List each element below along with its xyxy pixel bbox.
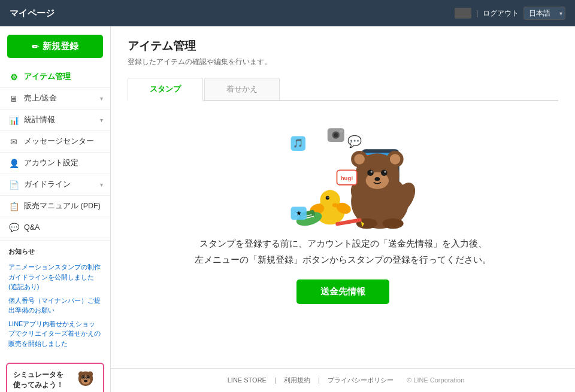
svg-point-49: [327, 197, 328, 198]
stamp-message-line2: 左メニューの「新規登録」ボタンからスタンプの登録を行ってください。: [195, 254, 491, 265]
footer-privacy[interactable]: プライバシーポリシー: [328, 376, 394, 384]
chevron-down-icon: ▾: [100, 95, 103, 102]
sidebar-item-label: 販売マニュアル (PDF): [24, 201, 101, 211]
svg-point-5: [87, 376, 89, 379]
svg-text:hug!: hug!: [340, 175, 353, 181]
svg-point-14: [334, 133, 338, 137]
svg-text:★: ★: [295, 209, 301, 217]
footer-terms[interactable]: 利用規約: [284, 376, 310, 384]
language-selector-wrapper: 日本語 English: [523, 7, 565, 20]
simulator-widget[interactable]: シミュレータを使ってみよう！: [6, 363, 104, 392]
sidebar-item-account[interactable]: 👤 アカウント設定: [0, 153, 110, 174]
tab-themes[interactable]: 着せかえ: [204, 78, 280, 100]
bear-illustration: 🎵: [259, 116, 427, 235]
edit-icon: ✏: [32, 42, 39, 51]
svg-text:🎵: 🎵: [293, 138, 304, 148]
message-icon: ✉: [8, 137, 19, 147]
notice-title: お知らせ: [0, 241, 110, 262]
tab-stamps[interactable]: スタンプ: [128, 78, 203, 101]
logout-button[interactable]: ログアウト: [483, 8, 519, 19]
chevron-down-icon: ▾: [100, 117, 103, 123]
notice-link-3[interactable]: LINEアプリ内着せかえショップでクリエイターズ着せかえの販売を開始しました: [8, 319, 102, 349]
svg-point-37: [381, 169, 388, 176]
svg-point-6: [84, 380, 87, 382]
footer: LINE STORE | 利用規約 | プライバシーポリシー © LINE Co…: [111, 368, 575, 392]
header-title: マイページ: [10, 8, 55, 19]
notice-link-1[interactable]: アニメーションスタンプの制作ガイドラインを公開しました(追記あり): [8, 262, 102, 292]
sidebar-item-stats[interactable]: 📊 統計情報 ▾: [0, 110, 110, 131]
sales-icon: 🖥: [8, 94, 19, 104]
sidebar-item-qa[interactable]: 💬 Q&A: [0, 217, 110, 238]
header-divider: |: [476, 9, 478, 17]
footer-copyright: © LINE Corporation: [407, 376, 464, 384]
page-title: アイテム管理: [128, 38, 558, 54]
sidebar: ✏ 新規登録 ⚙ アイテム管理 🖥 売上/送金 ▾ 📊 統計情報 ▾ ✉ メッセ…: [0, 26, 111, 392]
simulator-text: シミュレータを使ってみよう！: [13, 370, 71, 390]
new-register-label: 新規登録: [43, 41, 78, 52]
main-content: アイテム管理 登録したアイテムの確認や編集を行います。 スタンプ 着せかえ 🎵: [111, 26, 575, 392]
content-area: 🎵: [128, 101, 558, 318]
svg-point-44: [382, 218, 403, 229]
account-icon: 👤: [8, 159, 19, 168]
illustration: 🎵: [259, 116, 427, 235]
stamp-message: スタンプを登録する前に、アカウント設定の「送金先情報」を入力後、 左メニューの「…: [195, 235, 491, 268]
stats-icon: 📊: [8, 116, 19, 125]
sidebar-item-label: Q&A: [24, 223, 40, 232]
guidelines-icon: 📄: [8, 180, 19, 190]
sidebar-item-manual[interactable]: 📋 販売マニュアル (PDF): [0, 196, 110, 217]
svg-point-33: [354, 154, 365, 165]
svg-point-38: [370, 171, 373, 173]
gear-icon: ⚙: [8, 72, 19, 82]
svg-point-4: [82, 376, 84, 379]
sidebar-item-messages[interactable]: ✉ メッセージセンター: [0, 131, 110, 153]
sidebar-item-label: アカウント設定: [24, 158, 78, 168]
svg-point-1: [78, 372, 84, 377]
svg-point-2: [87, 372, 93, 377]
sidebar-item-sales-remittance[interactable]: 🖥 売上/送金 ▾: [0, 88, 110, 110]
svg-rect-15: [339, 130, 342, 132]
manual-icon: 📋: [8, 202, 19, 211]
sidebar-item-label: アイテム管理: [24, 72, 71, 82]
layout: ✏ 新規登録 ⚙ アイテム管理 🖥 売上/送金 ▾ 📊 統計情報 ▾ ✉ メッセ…: [0, 26, 575, 392]
stamp-message-line1: スタンプを登録する前に、アカウント設定の「送金先情報」を入力後、: [199, 238, 487, 248]
tabs: スタンプ 着せかえ: [128, 78, 558, 101]
sidebar-item-item-management[interactable]: ⚙ アイテム管理: [0, 66, 110, 88]
sidebar-item-label: ガイドライン: [24, 180, 71, 190]
notice-links: アニメーションスタンプの制作ガイドラインを公開しました(追記あり) 個人番号（マ…: [0, 262, 110, 358]
svg-point-34: [389, 154, 400, 165]
footer-line-store[interactable]: LINE STORE: [228, 376, 267, 384]
new-register-button[interactable]: ✏ 新規登録: [7, 35, 103, 58]
sidebar-item-label: メッセージセンター: [24, 136, 94, 147]
notice-link-2[interactable]: 個人番号（マイナンバー）ご提出準備のお願い: [8, 296, 102, 315]
remittance-button[interactable]: 送金先情報: [296, 279, 389, 304]
sidebar-item-label: 統計情報: [24, 115, 55, 125]
svg-text:♪: ♪: [349, 138, 352, 145]
sidebar-item-label: 売上/送金: [24, 93, 57, 104]
user-avatar: [455, 8, 471, 19]
svg-point-39: [384, 171, 386, 173]
page-subtitle: 登録したアイテムの確認や編集を行います。: [128, 57, 558, 67]
simulator-bear-icon: [74, 369, 97, 391]
language-select[interactable]: 日本語 English: [523, 7, 565, 20]
svg-point-36: [367, 169, 374, 176]
header-right: | ログアウト 日本語 English: [455, 7, 565, 20]
header: マイページ | ログアウト 日本語 English: [0, 0, 575, 26]
sidebar-item-guidelines[interactable]: 📄 ガイドライン ▾: [0, 174, 110, 196]
chevron-down-icon: ▾: [100, 181, 103, 188]
svg-point-40: [374, 177, 380, 181]
qa-icon: 💬: [8, 223, 19, 232]
sidebar-menu: ⚙ アイテム管理 🖥 売上/送金 ▾ 📊 統計情報 ▾ ✉ メッセージセンター …: [0, 66, 110, 238]
svg-point-48: [325, 196, 329, 200]
